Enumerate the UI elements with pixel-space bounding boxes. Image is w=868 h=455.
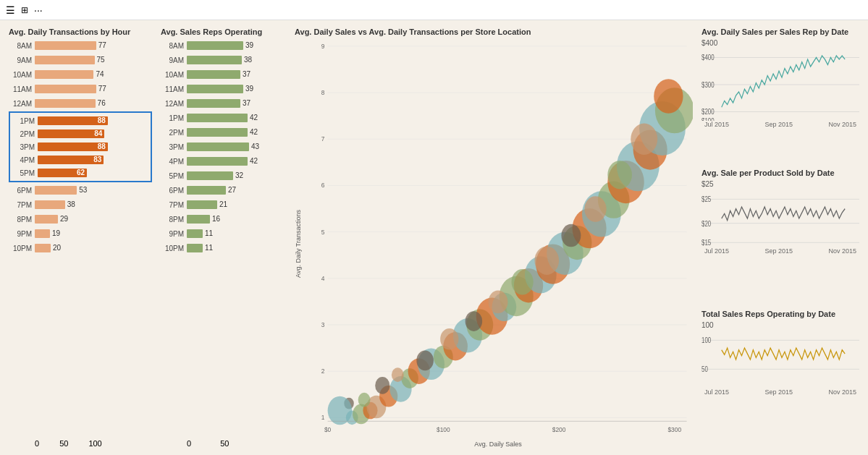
- reps-bar-row[interactable]: 9AM38: [161, 54, 286, 67]
- reps-bar-label: 6PM: [161, 187, 184, 195]
- bar-row[interactable]: 11AM77: [9, 82, 152, 95]
- svg-text:$300: $300: [701, 81, 715, 89]
- bar-value-label: 53: [79, 186, 87, 195]
- svg-point-23: [328, 396, 353, 425]
- reps-bar-value: 39: [245, 85, 253, 93]
- reps-title: Avg. Sales Reps Operating: [161, 27, 286, 36]
- reps-bar-row[interactable]: 4PM42: [161, 155, 286, 168]
- bar-row[interactable]: 1PM88: [12, 114, 149, 127]
- bubble-title: Avg. Daily Sales vs Avg. Daily Transacti…: [295, 27, 693, 36]
- reps-bar-row[interactable]: 8PM16: [161, 213, 286, 226]
- bar-row[interactable]: 8PM29: [9, 213, 152, 226]
- line2-title: Avg. Sale per Product Sold by Date: [701, 169, 859, 177]
- reps-bar-row[interactable]: 2PM42: [161, 126, 286, 139]
- reps-bar-row[interactable]: 9PM11: [161, 227, 286, 240]
- reps-panel: Avg. Sales Reps Operating 8AM399AM3810AM…: [156, 25, 290, 451]
- bar-value-label: 84: [94, 129, 102, 138]
- reps-bar-value: 42: [250, 114, 258, 122]
- svg-text:8: 8: [321, 88, 325, 96]
- svg-point-33: [416, 351, 434, 371]
- svg-text:5: 5: [321, 228, 325, 236]
- reps-bar-value: 37: [243, 99, 250, 108]
- bar-label: 7PM: [9, 201, 32, 209]
- bar-row[interactable]: 9AM75: [9, 54, 152, 67]
- bar-label: 4PM: [12, 156, 35, 164]
- reps-bar-row[interactable]: 1PM42: [161, 111, 286, 124]
- reps-bar-row[interactable]: 6PM27: [161, 184, 286, 197]
- bar-row[interactable]: 12AM76: [9, 97, 152, 110]
- svg-point-60: [631, 124, 657, 155]
- line3-subtitle: 100: [701, 321, 859, 329]
- line2-svg: $25 $20 $15: [701, 190, 859, 247]
- reps-bar-value: 39: [245, 41, 253, 50]
- svg-point-62: [654, 79, 683, 113]
- bar-row[interactable]: 5PM62: [12, 166, 149, 179]
- reps-bar-row[interactable]: 12AM37: [161, 97, 286, 110]
- transactions-x-axis: 0 50 100: [9, 439, 152, 448]
- bubble-panel: Avg. Daily Sales vs Avg. Daily Transacti…: [290, 25, 697, 451]
- svg-text:$15: $15: [701, 238, 711, 247]
- bar-value-label: 20: [53, 244, 61, 252]
- bar-value-label: 62: [77, 169, 85, 177]
- svg-point-51: [561, 224, 581, 247]
- hamburger-icon[interactable]: ☰: [6, 4, 15, 16]
- bar-row[interactable]: 7PM38: [9, 198, 152, 211]
- svg-text:3: 3: [321, 320, 325, 328]
- selected-group-box: 1PM882PM843PM884PM835PM62: [9, 111, 152, 182]
- bar-value-label: 88: [98, 116, 106, 125]
- bar-row[interactable]: 2PM84: [12, 127, 149, 140]
- reps-bar-row[interactable]: 3PM43: [161, 140, 286, 153]
- svg-text:4: 4: [321, 274, 325, 282]
- bar-row[interactable]: 10AM74: [9, 68, 152, 81]
- bar-value-label: 88: [98, 143, 106, 151]
- reps-bar-label: 5PM: [161, 172, 184, 180]
- svg-text:2: 2: [321, 367, 325, 375]
- reps-bar-row[interactable]: 10PM11: [161, 242, 286, 255]
- bar-row[interactable]: 10PM20: [9, 242, 152, 255]
- svg-text:$400: $400: [701, 54, 715, 61]
- reps-bar-chart: 8AM399AM3810AM3711AM3912AM371PM422PM423P…: [161, 39, 286, 438]
- reps-bar-label: 8AM: [161, 42, 184, 50]
- svg-text:$100: $100: [437, 426, 450, 434]
- bar-row[interactable]: 9PM19: [9, 227, 152, 240]
- more-icon[interactable]: ···: [34, 4, 43, 16]
- bar-value-label: 19: [52, 229, 60, 238]
- bar-value-label: 75: [97, 56, 105, 64]
- expand-icon[interactable]: ⊞: [21, 5, 28, 15]
- reps-bar-value: 21: [219, 200, 227, 209]
- svg-text:7: 7: [321, 135, 325, 143]
- bar-label: 6PM: [9, 187, 32, 195]
- bar-label: 8AM: [9, 42, 32, 50]
- bar-label: 9PM: [9, 230, 32, 238]
- reps-bar-row[interactable]: 5PM32: [161, 169, 286, 182]
- svg-text:$20: $20: [701, 218, 711, 227]
- bar-label: 9AM: [9, 56, 32, 64]
- bar-row[interactable]: 6PM53: [9, 184, 152, 197]
- reps-bar-label: 9AM: [161, 56, 184, 64]
- bar-label: 5PM: [12, 169, 35, 177]
- svg-text:9: 9: [321, 42, 325, 50]
- reps-bar-row[interactable]: 11AM39: [161, 82, 286, 95]
- bar-row[interactable]: 4PM83: [12, 153, 149, 166]
- line1-subtitle: $400: [701, 39, 859, 47]
- reps-bar-label: 2PM: [161, 129, 184, 137]
- transactions-panel: Avg. Daily Transactions by Hour 8AM779AM…: [4, 25, 156, 451]
- bar-label: 10AM: [9, 71, 32, 79]
- bar-row[interactable]: 8AM77: [9, 39, 152, 52]
- bar-label: 8PM: [9, 216, 32, 224]
- svg-text:$200: $200: [701, 108, 715, 116]
- reps-bar-row[interactable]: 8AM39: [161, 39, 286, 52]
- reps-bar-row[interactable]: 10AM37: [161, 68, 286, 81]
- reps-bar-label: 10AM: [161, 71, 184, 79]
- bar-row[interactable]: 3PM88: [12, 140, 149, 153]
- svg-point-39: [465, 311, 483, 331]
- svg-point-54: [584, 196, 606, 222]
- svg-point-24: [358, 393, 371, 407]
- svg-text:50: 50: [701, 365, 708, 373]
- bar-value-label: 74: [96, 70, 104, 79]
- svg-point-30: [392, 367, 404, 382]
- svg-point-57: [607, 161, 632, 190]
- svg-text:$0: $0: [324, 426, 331, 434]
- bar-value-label: 77: [98, 85, 106, 93]
- reps-bar-row[interactable]: 7PM21: [161, 198, 286, 211]
